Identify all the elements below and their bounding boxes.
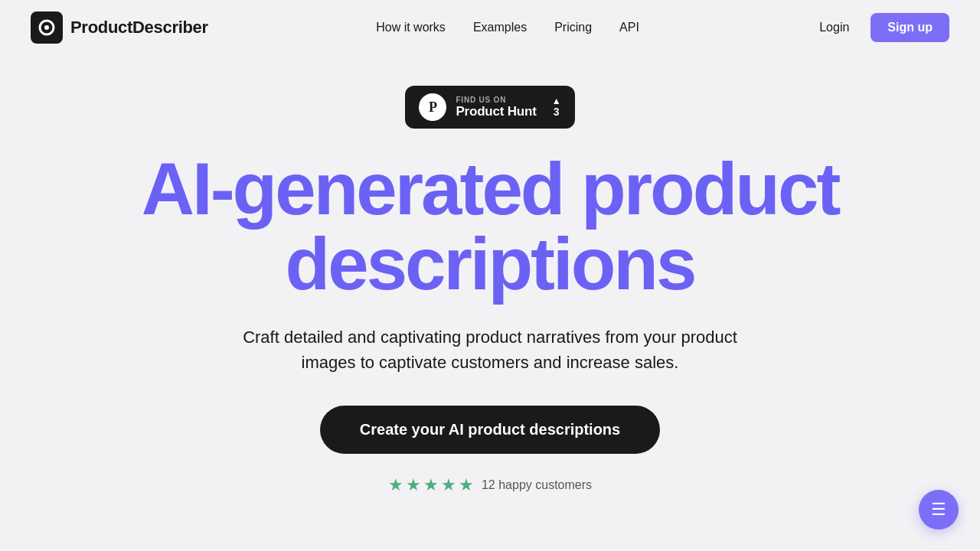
ph-product-hunt-label: Product Hunt <box>456 104 536 119</box>
svg-point-2 <box>44 25 49 30</box>
product-hunt-badge[interactable]: P FIND US ON Product Hunt ▲ 3 <box>405 86 574 129</box>
logo[interactable]: ProductDescriber <box>31 11 208 44</box>
star-4: ★ <box>441 475 456 495</box>
star-5: ★ <box>459 475 474 495</box>
nav-link-how-it-works[interactable]: How it works <box>376 21 446 34</box>
star-rating: ★ ★ ★ ★ ★ <box>388 475 474 495</box>
star-1: ★ <box>388 475 403 495</box>
ph-find-us-label: FIND US ON <box>456 96 506 104</box>
ph-logo: P <box>419 93 446 121</box>
happy-customers-label: 12 happy customers <box>482 478 592 492</box>
ph-vote-count: 3 <box>554 106 560 119</box>
nav-links: How it works Examples Pricing API <box>376 21 639 34</box>
chat-icon: ☰ <box>931 500 946 520</box>
star-3: ★ <box>423 475 439 495</box>
chat-widget[interactable]: ☰ <box>919 490 959 530</box>
cta-button[interactable]: Create your AI product descriptions <box>320 406 660 454</box>
nav-link-api[interactable]: API <box>619 21 639 34</box>
ph-vote-arrow: ▲ <box>552 96 561 106</box>
star-2: ★ <box>406 475 421 495</box>
happy-customers: ★ ★ ★ ★ ★ 12 happy customers <box>388 475 592 495</box>
login-button[interactable]: Login <box>807 15 861 41</box>
navbar: ProductDescriber How it works Examples P… <box>0 0 980 55</box>
ph-votes: ▲ 3 <box>552 96 561 119</box>
hero-section: P FIND US ON Product Hunt ▲ 3 AI-generat… <box>0 55 980 526</box>
hero-subtext: Craft detailed and captivating product n… <box>214 324 766 375</box>
signup-button[interactable]: Sign up <box>871 13 949 42</box>
hero-headline: AI-generated product descriptions <box>107 152 873 302</box>
nav-link-examples[interactable]: Examples <box>473 21 527 34</box>
logo-text: ProductDescriber <box>70 18 208 37</box>
nav-link-pricing[interactable]: Pricing <box>554 21 592 34</box>
ph-text: FIND US ON Product Hunt <box>456 96 536 119</box>
logo-icon <box>31 11 63 44</box>
nav-actions: Login Sign up <box>807 13 949 42</box>
